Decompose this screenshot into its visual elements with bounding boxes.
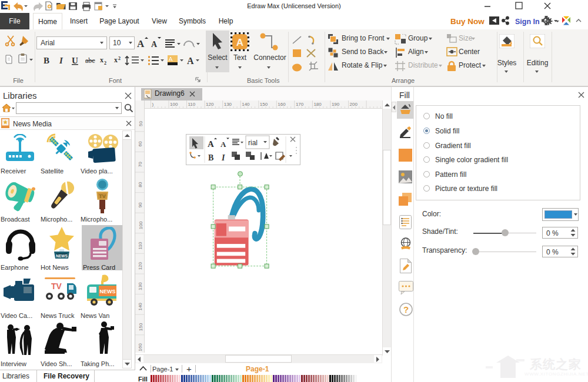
svg-text:120: 120 xyxy=(138,262,143,270)
svg-text:90: 90 xyxy=(138,202,143,207)
svg-text:190: 190 xyxy=(332,102,340,107)
svg-text:x: x xyxy=(100,56,103,64)
svg-text:200: 200 xyxy=(350,102,358,107)
svg-text:170: 170 xyxy=(296,102,304,107)
svg-text:abc: abc xyxy=(85,56,95,65)
svg-text:130: 130 xyxy=(138,282,143,290)
svg-text:2: 2 xyxy=(118,56,121,61)
svg-text:U: U xyxy=(72,56,78,65)
svg-text:TV: TV xyxy=(99,193,106,199)
svg-text:?: ? xyxy=(403,304,409,314)
svg-text:A: A xyxy=(236,37,243,48)
svg-text:): ) xyxy=(152,102,153,107)
svg-text:150: 150 xyxy=(138,323,143,331)
svg-text:50: 50 xyxy=(138,121,143,126)
svg-text:100: 100 xyxy=(138,221,143,229)
svg-text:60: 60 xyxy=(138,141,143,146)
svg-text:130: 130 xyxy=(224,102,232,107)
svg-text:TV: TV xyxy=(51,282,62,291)
svg-text:B: B xyxy=(208,153,213,162)
svg-text:80: 80 xyxy=(138,182,143,187)
svg-text:A: A xyxy=(151,40,158,49)
svg-text:150: 150 xyxy=(260,102,268,107)
svg-text:B: B xyxy=(44,56,49,65)
svg-text:140: 140 xyxy=(242,102,250,107)
svg-text:NEWS: NEWS xyxy=(100,289,116,294)
svg-text:160: 160 xyxy=(278,102,286,107)
svg-text:120: 120 xyxy=(206,102,214,107)
svg-text:110: 110 xyxy=(188,102,196,107)
svg-text:160: 160 xyxy=(138,343,143,351)
svg-text:110: 110 xyxy=(138,242,143,249)
svg-text:2: 2 xyxy=(104,61,106,66)
svg-text:I: I xyxy=(59,56,64,65)
svg-text:I: I xyxy=(221,153,225,162)
svg-text:x: x xyxy=(114,56,118,64)
svg-text:NEWS: NEWS xyxy=(56,254,68,258)
svg-text:180: 180 xyxy=(313,102,322,107)
svg-text:A: A xyxy=(220,140,226,149)
svg-text:rial: rial xyxy=(248,139,258,147)
svg-text:A: A xyxy=(137,38,145,49)
svg-text:100: 100 xyxy=(170,102,178,107)
svg-text:70: 70 xyxy=(138,162,143,167)
svg-text:A: A xyxy=(208,139,214,149)
svg-text:140: 140 xyxy=(138,303,143,311)
svg-text:A: A xyxy=(187,56,194,66)
